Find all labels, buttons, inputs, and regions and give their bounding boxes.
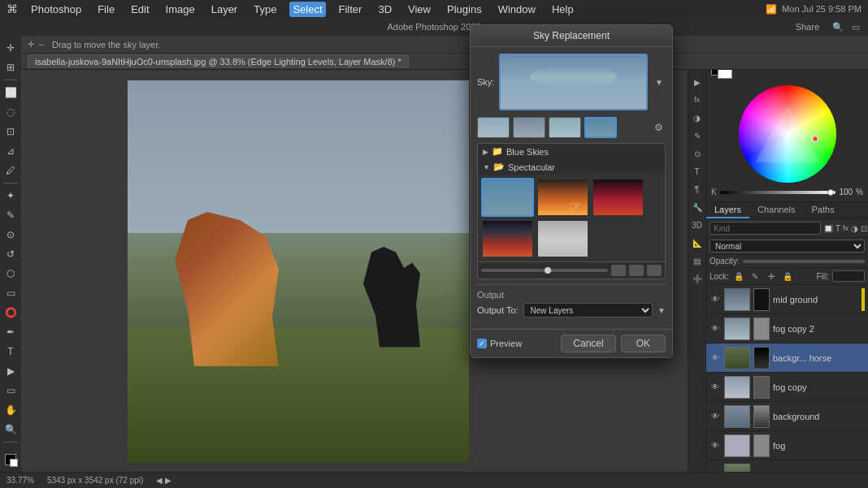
menu-3d[interactable]: 3D (375, 2, 395, 17)
layer-adj-icon[interactable]: ◑ (851, 222, 858, 235)
ok-button[interactable]: OK (621, 335, 666, 352)
sky-folder-btn[interactable] (611, 265, 626, 276)
layer-fx-icon[interactable]: fx (843, 222, 848, 235)
sky-thumb-1[interactable] (477, 117, 510, 138)
menu-window[interactable]: Window (495, 2, 539, 17)
menu-select[interactable]: Select (289, 2, 325, 17)
layer-item[interactable]: 👁 fog copy (706, 373, 868, 402)
output-to-select[interactable]: New Layers (523, 303, 653, 317)
sky-grid-thumb-2[interactable]: ☞ (536, 178, 589, 217)
sky-add-btn[interactable] (629, 265, 644, 276)
layer-item[interactable]: 👁 mid ground (706, 285, 868, 314)
sky-settings-icon[interactable]: ⚙ (651, 120, 666, 135)
menu-view[interactable]: View (405, 2, 434, 17)
path-select-tool[interactable]: ▶ (2, 362, 20, 380)
gradient-tool[interactable]: ▭ (2, 284, 20, 302)
fill-value[interactable] (832, 270, 865, 282)
tab-paths[interactable]: Paths (804, 202, 843, 218)
eyedropper-tool[interactable]: 🖊 (2, 162, 20, 179)
clone-icon[interactable]: ⊙ (690, 146, 705, 161)
blend-mode-select[interactable]: Normal (710, 240, 865, 253)
shape-tool[interactable]: ▭ (2, 382, 20, 399)
sky-delete-btn[interactable] (647, 265, 662, 276)
layer-item[interactable]: 👁 fog (706, 431, 868, 460)
type-tool[interactable]: T (2, 343, 20, 361)
menu-file[interactable]: File (94, 2, 118, 17)
tab-channels[interactable]: Channels (749, 202, 803, 218)
layer-kind-icon[interactable]: 🔲 (823, 222, 833, 235)
layer-smart-icon[interactable]: ⊡ (861, 222, 867, 235)
active-file-tab[interactable]: isabella-juskova-9aNItHjuOc0-unsplash.jp… (28, 54, 409, 68)
layers-search-input[interactable] (710, 222, 821, 235)
dodge-tool[interactable]: ⭕ (2, 304, 20, 322)
menu-edit[interactable]: Edit (128, 2, 152, 17)
add-layer-icon[interactable]: ➕ (690, 271, 705, 286)
lock-all-icon[interactable]: 🔒 (781, 270, 794, 283)
lasso-tool[interactable]: ◌ (2, 103, 20, 121)
brush-preset-icon[interactable]: ✎ (690, 128, 705, 143)
layer-visibility-toggle[interactable]: 👁 (710, 382, 721, 393)
sky-grid-thumb-5[interactable] (536, 219, 589, 258)
stamp-tool[interactable]: ⊙ (2, 226, 20, 244)
lock-transparent-icon[interactable]: 🔒 (732, 270, 745, 283)
history-brush[interactable]: ↺ (2, 245, 20, 263)
lock-image-icon[interactable]: ✎ (749, 270, 762, 283)
layer-visibility-toggle[interactable]: 👁 (710, 352, 721, 364)
adjustments-icon[interactable]: ◑ (690, 110, 705, 125)
zoom-tool[interactable]: 🔍 (2, 421, 20, 438)
sky-thumb-3[interactable] (549, 117, 581, 138)
type-panel-icon[interactable]: T (690, 164, 705, 179)
category-spectacular[interactable]: ▼ 📂 Spectacular (478, 159, 665, 175)
menu-layer[interactable]: Layer (208, 2, 241, 17)
layer-visibility-toggle[interactable]: 👁 (710, 323, 721, 335)
menu-help[interactable]: Help (549, 2, 577, 17)
crop-tool[interactable]: ⊿ (2, 142, 20, 160)
hand-tool[interactable]: ✋ (2, 401, 20, 419)
sky-slider[interactable] (481, 269, 608, 272)
category-blue-skies[interactable]: ▶ 📁 Blue Skies (478, 144, 665, 159)
sky-thumb-2[interactable] (513, 117, 545, 138)
layer-item[interactable]: 👁 background (706, 402, 868, 431)
color-dot[interactable] (812, 136, 818, 142)
layer-visibility-toggle[interactable]: 👁 (710, 294, 721, 305)
menu-image[interactable]: Image (163, 2, 198, 17)
properties-icon[interactable]: 🔧 (690, 200, 705, 214)
foreground-color[interactable] (2, 451, 20, 469)
fx-icon[interactable]: fx (690, 93, 705, 107)
layer-item[interactable]: 👁 backgr... horse (706, 343, 868, 373)
color-wheel[interactable] (739, 85, 836, 183)
marquee-tool[interactable]: ⬜ (2, 84, 20, 101)
sky-dropdown-arrow[interactable]: ▼ (653, 76, 666, 89)
heal-tool[interactable]: ✦ (2, 187, 20, 205)
sky-thumb-4[interactable] (584, 117, 617, 138)
layers-icon[interactable]: ▤ (690, 253, 705, 268)
actions-icon[interactable]: ▶ (690, 75, 705, 89)
ruler-icon[interactable]: 📐 (690, 235, 705, 250)
3d-icon[interactable]: 3D (690, 218, 705, 232)
lock-position-icon[interactable]: ✛ (765, 270, 778, 283)
pen-tool[interactable]: ✒ (2, 323, 20, 341)
navigation-arrows[interactable]: ◀ ▶ (156, 476, 171, 485)
sky-grid-thumb-3[interactable] (592, 178, 644, 217)
layer-text-icon[interactable]: T (835, 222, 840, 235)
move-tool[interactable]: ✛ (2, 39, 20, 57)
menu-plugins[interactable]: Plugins (444, 2, 485, 17)
opacity-slider[interactable] (743, 260, 865, 263)
window-controls[interactable]: ▭ (852, 22, 860, 32)
layer-item[interactable]: 👁 fog copy 2 (706, 314, 868, 343)
sky-grid-thumb-4[interactable] (481, 219, 534, 258)
menu-type[interactable]: Type (250, 2, 280, 17)
paragraph-icon[interactable]: ¶ (690, 182, 705, 196)
menu-photoshop[interactable]: Photoshop (28, 2, 85, 17)
brush-tool[interactable]: ✎ (2, 206, 20, 224)
object-select-tool[interactable]: ⊡ (2, 123, 20, 140)
artboard-tool[interactable]: ⊞ (2, 58, 20, 76)
tab-layers[interactable]: Layers (706, 202, 749, 218)
eraser-tool[interactable]: ⬡ (2, 265, 20, 283)
cancel-button[interactable]: Cancel (561, 335, 615, 352)
sky-preview-thumbnail[interactable] (499, 54, 648, 110)
preview-checkbox[interactable]: ✓ (477, 339, 487, 348)
k-slider[interactable] (720, 191, 836, 194)
menu-filter[interactable]: Filter (336, 2, 366, 17)
sky-grid-thumb-1[interactable] (481, 178, 534, 217)
